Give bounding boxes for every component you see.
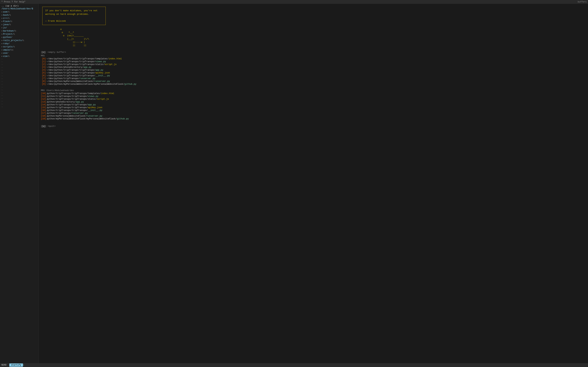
- mru-entry-7[interactable]: [7] ~/dev/python/tripTranspo/runserver.p…: [41, 77, 586, 80]
- tilde-filler: ~: [0, 97, 39, 100]
- mru-local-entry-19[interactable]: [19] python/myPersonalWebsiteFlask/myPer…: [41, 117, 586, 120]
- empty-buffer-label: <empty buffer>: [48, 51, 66, 54]
- sidebar-up-dir[interactable]: .. (up a dir): [0, 5, 39, 7]
- mru-global-label: MRU: [41, 55, 586, 57]
- mru-local-entry-14[interactable]: [14] python/tripTranspo/tripTranspo/app.…: [41, 103, 586, 106]
- sidebar: .. (up a dir) /Users/Abdulwahaab/dev/$ ▸…: [0, 4, 39, 363]
- tilde-filler: ~: [0, 75, 39, 77]
- mru-entry-8[interactable]: [8] ~/dev/python/myPersonalWebsiteFlask/…: [41, 80, 586, 83]
- sidebar-item-umple[interactable]: ▸umple/SS: [0, 48, 39, 51]
- mru-local-entry-10[interactable]: [10] python/tripTranspo/tripTranspo/temp…: [41, 92, 586, 95]
- tilde-filler: ~: [0, 86, 39, 89]
- tilde-filler: ~: [0, 94, 39, 97]
- sidebar-item-project[interactable]: ▸Project/S: [0, 32, 39, 36]
- tilde-filler: ~: [0, 80, 39, 83]
- mru-entry-9[interactable]: [9] ~/dev/python/myPersonalWebsiteFlask/…: [41, 83, 586, 86]
- quote-author: — Frank Wilczek: [45, 19, 103, 23]
- tilde-filler: ~: [0, 69, 39, 72]
- mru-local-entry-15[interactable]: [15] python/tripTranspo/tripTranspo/apiK…: [41, 106, 586, 109]
- top-bar: " Press ? for help" buffers: [0, 0, 588, 4]
- tilde-filler: ~: [0, 72, 39, 75]
- mru-entry-6[interactable]: [6] ~/dev/python/tripTranspo/tripTranspo…: [41, 74, 586, 77]
- tilde-filler: ~: [0, 66, 39, 69]
- mru-entry-2[interactable]: [2] ~/dev/python/tripTranspo/tripTranspo…: [41, 63, 586, 66]
- content-area: If you don't make mistakes, you're not w…: [39, 4, 588, 363]
- status-bar: NERD startify : [0, 363, 588, 367]
- mru-local-entry-17[interactable]: [17] python/tripTranspo/runserver.py: [41, 112, 586, 115]
- tilde-filler: ~: [0, 61, 39, 63]
- tilde-filler: ~: [0, 83, 39, 86]
- buffers-label: buffers: [578, 1, 587, 3]
- tilde-filler: ~: [0, 103, 39, 106]
- sidebar-item-scripts[interactable]: ▸scripts/S: [0, 45, 39, 48]
- sidebar-item-vim[interactable]: ▸vim/S: [0, 55, 39, 58]
- tilde-filler: ~: [0, 58, 39, 61]
- help-text: " Press ? for help": [1, 1, 25, 3]
- quote-text: If you don't make mistakes, you're not w…: [45, 9, 103, 16]
- mru-local-label: MRU /Users/Abdulwahaab/dev: [41, 89, 586, 92]
- status-branch: startify: [9, 363, 23, 367]
- tilde-filler: ~: [0, 63, 39, 66]
- status-arrow-icon: : [23, 364, 24, 367]
- sidebar-item-bash[interactable]: ▸bash/S: [0, 13, 39, 17]
- mru-entry-3[interactable]: [3] ~/dev/python/phoneDirectory/app.py: [41, 66, 586, 69]
- sidebar-item-python[interactable]: ▸python/: [0, 36, 39, 39]
- sidebar-item-rails[interactable]: ▸rails_projects/S: [0, 39, 39, 42]
- sidebar-item-cpp[interactable]: ▸c++/S: [0, 17, 39, 20]
- empty-buffer-entry: [e] <empty buffer>: [41, 51, 586, 54]
- quote-box: If you don't make mistakes, you're not w…: [42, 7, 106, 25]
- quit-label: <quit>: [48, 125, 56, 127]
- sidebar-item-ruby[interactable]: ▸ruby/: [0, 42, 39, 45]
- sidebar-item-use[interactable]: ▸use/: [0, 51, 39, 55]
- sidebar-item-flask[interactable]: ▸Flask/S: [0, 20, 39, 23]
- sidebar-item-markdown[interactable]: ▸markdown/S: [0, 29, 39, 32]
- sidebar-item-java[interactable]: ▸java/S: [0, 23, 39, 26]
- sidebar-current-path: /Users/Abdulwahaab/dev/$: [0, 7, 39, 10]
- mru-entry-5[interactable]: [5] ~/dev/python/tripTranspo/tripTranspo…: [41, 72, 586, 74]
- quit-entry[interactable]: [q] <quit>: [41, 125, 586, 127]
- mru-entry-1[interactable]: [1] ~/dev/python/tripTranspo/tripTranspo…: [41, 60, 586, 63]
- tilde-filler: ~: [0, 106, 39, 108]
- sidebar-item-js[interactable]: ▸js/: [0, 26, 39, 29]
- tilde-filler: ~: [0, 89, 39, 92]
- tilde-filler: ~: [0, 77, 39, 80]
- status-mode: NERD: [1, 364, 9, 366]
- tilde-filler: ~: [0, 100, 39, 103]
- quit-bracket[interactable]: [q]: [41, 125, 46, 127]
- sidebar-item-asm[interactable]: ▸asm/S: [0, 10, 39, 13]
- mru-local-entry-12[interactable]: [12] python/tripTranspo/tripTranspo/stat…: [41, 98, 586, 100]
- mru-local-entry-16[interactable]: [16] python/tripTranspo/tripTranspo/__in…: [41, 109, 586, 112]
- tilde-filler: ~: [0, 92, 39, 94]
- empty-buffer-bracket[interactable]: [e]: [41, 51, 46, 54]
- main-area: .. (up a dir) /Users/Abdulwahaab/dev/$ ▸…: [0, 4, 588, 363]
- mru-local-entry-13[interactable]: [13] python/phoneDirectory/app.py: [41, 100, 586, 103]
- mru-local-entry-11[interactable]: [11] python/tripTranspo/tripTranspo/view…: [41, 95, 586, 98]
- cow-ascii-art: o o ^__^ o (oo)\_______ (__)\ )\/\ ||---…: [48, 28, 586, 47]
- mru-local-entry-18[interactable]: [18] python/myPersonalWebsiteFlask/runse…: [41, 115, 586, 117]
- mru-entry-4[interactable]: [4] ~/dev/python/tripTranspo/tripTranspo…: [41, 69, 586, 72]
- mru-entry-0[interactable]: [0] ~/dev/python/tripTranspo/tripTranspo…: [41, 58, 586, 60]
